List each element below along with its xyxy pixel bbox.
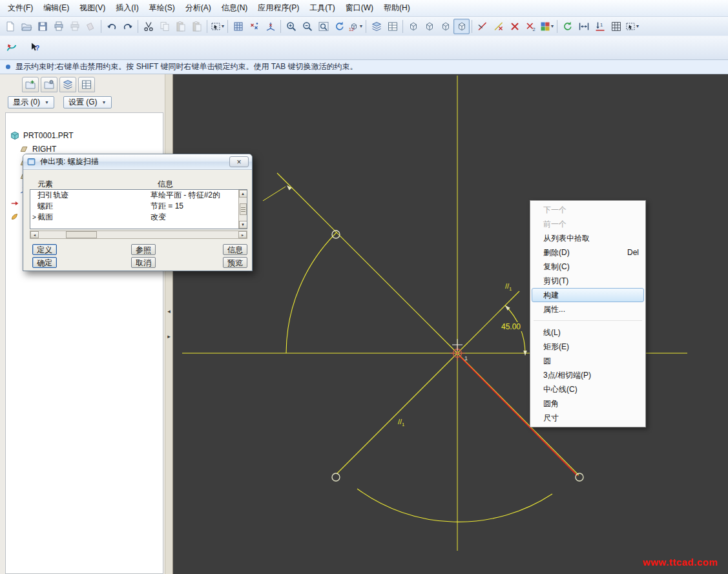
menu-file[interactable]: 文件(F): [3, 0, 38, 16]
dialog-ok-button[interactable]: 确定: [32, 257, 57, 268]
dialog-close-icon[interactable]: ×: [229, 156, 249, 167]
window-shaded-button[interactable]: [453, 19, 470, 34]
fit-width-button[interactable]: [576, 19, 592, 34]
csys-display-button[interactable]: [262, 19, 278, 34]
copy-button[interactable]: [156, 19, 172, 34]
scroll-down-icon[interactable]: ▼: [239, 221, 247, 229]
scrollbar-thumb[interactable]: [66, 231, 97, 238]
dropdown-arrow-icon[interactable]: ▼: [636, 24, 640, 28]
menu-sketch[interactable]: 草绘(S): [144, 0, 180, 16]
menu-tools[interactable]: 工具(T): [304, 0, 340, 16]
scrollbar-track[interactable]: [39, 231, 238, 238]
tree-settings-button[interactable]: [78, 77, 95, 92]
ctx-fillet[interactable]: 圆角: [532, 396, 644, 411]
ctx-dimension[interactable]: 尺寸: [532, 411, 644, 425]
ctx-delete[interactable]: 删除(D)Del: [532, 245, 644, 260]
sketch-endpoint-circle-1[interactable]: [332, 473, 340, 481]
zoom-in-button[interactable]: [283, 19, 299, 34]
sketch-label-0[interactable]: 45.00: [501, 322, 521, 331]
panel-splitter[interactable]: ◂ ▸: [165, 74, 173, 574]
menu-info[interactable]: 信息(N): [216, 0, 253, 16]
dynamic-trim-button[interactable]: [474, 19, 490, 34]
scroll-right-icon[interactable]: ▸: [238, 231, 247, 238]
dialog-row-1[interactable]: 螺距节距 = 15: [30, 201, 238, 212]
dropdown-arrow-icon[interactable]: ▼: [221, 24, 225, 28]
datum-points-display-button[interactable]: [246, 19, 262, 34]
undo-button[interactable]: [103, 19, 120, 34]
view-manager-button[interactable]: [384, 19, 400, 34]
dialog-row-0[interactable]: 扫引轨迹草绘平面 - 特征#2的: [30, 190, 238, 201]
toggle-lock-button[interactable]: 2: [523, 19, 539, 34]
settings-dropdown[interactable]: 设置 (G)▼: [63, 96, 112, 108]
dialog-preview-button[interactable]: 预览: [223, 257, 247, 268]
repaint-button[interactable]: [331, 19, 348, 34]
ctx-line[interactable]: 线(L): [532, 325, 644, 340]
menu-applications[interactable]: 应用程序(P): [253, 0, 304, 16]
sketch-arc-left[interactable]: [286, 232, 337, 353]
sketcher-setup-button[interactable]: [2, 39, 21, 57]
menu-help[interactable]: 帮助(H): [379, 0, 415, 16]
context-help-button[interactable]: ?: [25, 39, 45, 57]
ctx-circle[interactable]: 圆: [532, 354, 644, 368]
layers-button[interactable]: [368, 19, 384, 34]
delete-segment-button[interactable]: [506, 19, 523, 34]
menu-insert[interactable]: 插入(I): [110, 0, 143, 16]
dialog-row-2[interactable]: >截面改变: [30, 212, 238, 223]
tree-columns-button[interactable]: [41, 77, 57, 92]
print-button[interactable]: [50, 19, 67, 34]
scroll-left-icon[interactable]: ◂: [30, 231, 39, 238]
select-filter-button[interactable]: ▼: [209, 19, 225, 34]
ctx-properties[interactable]: 属性...: [532, 302, 644, 316]
scrollbar-thumb[interactable]: [240, 203, 247, 215]
tree-filters-button[interactable]: [22, 77, 39, 92]
datum-planes-display-button[interactable]: [230, 19, 246, 34]
sketch-endpoint-circle-2[interactable]: [576, 473, 583, 481]
dialog-info-button[interactable]: 信息: [223, 244, 247, 255]
sketcher-palette-button[interactable]: ▼: [539, 19, 555, 34]
paste-special-button[interactable]: [189, 19, 205, 34]
ctx-pick-from-list[interactable]: 从列表中拾取: [532, 231, 644, 245]
ctx-three-point-tangent[interactable]: 3点/相切端(P): [532, 368, 644, 382]
menu-analysis[interactable]: 分析(A): [180, 0, 216, 16]
cut-button[interactable]: [140, 19, 156, 34]
sketch-line-down-left[interactable]: [337, 353, 457, 474]
window-wireframe-button[interactable]: [405, 19, 421, 34]
ctx-copy[interactable]: 复制(C): [532, 260, 644, 274]
tree-item-part[interactable]: PRT0001.PRT: [6, 128, 163, 142]
collapse-left-icon[interactable]: ◂: [167, 309, 171, 314]
dialog-titlebar[interactable]: 伸出项: 螺旋扫描 ×: [23, 154, 252, 170]
sketch-label-2[interactable]: //1: [505, 282, 512, 291]
show-dropdown[interactable]: 显示 (0)▼: [8, 96, 54, 108]
tree-expand-button[interactable]: [59, 77, 76, 92]
ctx-rectangle[interactable]: 矩形(E): [532, 340, 644, 354]
refit-button[interactable]: [315, 19, 331, 34]
saved-views-button[interactable]: 12▼: [348, 19, 364, 34]
paste-button[interactable]: [172, 19, 189, 34]
menu-edit[interactable]: 编辑(E): [38, 0, 74, 16]
divide-entity-button[interactable]: [490, 19, 506, 34]
grid-display-button[interactable]: [608, 19, 624, 34]
ctx-construction[interactable]: 构建: [532, 288, 644, 302]
print-preview-button[interactable]: [67, 19, 83, 34]
dialog-define-button[interactable]: 定义: [32, 244, 57, 255]
open-button[interactable]: [18, 19, 34, 34]
vertical-scrollbar[interactable]: ▲ ▼: [238, 190, 247, 229]
redo-button[interactable]: [120, 19, 136, 34]
sketch-label-3[interactable]: //1: [398, 418, 404, 427]
erase-display-button[interactable]: [83, 19, 99, 34]
menu-view[interactable]: 视图(V): [74, 0, 110, 16]
dialog-cancel-button[interactable]: 取消: [131, 257, 156, 268]
dropdown-arrow-icon[interactable]: ▼: [359, 24, 364, 28]
zoom-out-button[interactable]: [299, 19, 315, 34]
dialog-element-list[interactable]: ▲ ▼ 扫引轨迹草绘平面 - 特征#2的螺距节距 = 15>截面改变: [30, 189, 247, 229]
menu-window[interactable]: 窗口(W): [340, 0, 379, 16]
window-no-hidden-button[interactable]: [437, 19, 453, 34]
expand-right-icon[interactable]: ▸: [167, 334, 171, 340]
sketch-line-up-left[interactable]: [277, 173, 457, 353]
horizontal-scrollbar[interactable]: ◂ ▸: [30, 231, 247, 239]
new-button[interactable]: [2, 19, 18, 34]
snap-to-grid-button[interactable]: 1: [592, 19, 608, 34]
dialog-refs-button[interactable]: 参照: [131, 244, 156, 255]
ctx-cut[interactable]: 剪切(T): [532, 274, 644, 288]
dropdown-arrow-icon[interactable]: ▼: [550, 24, 555, 28]
